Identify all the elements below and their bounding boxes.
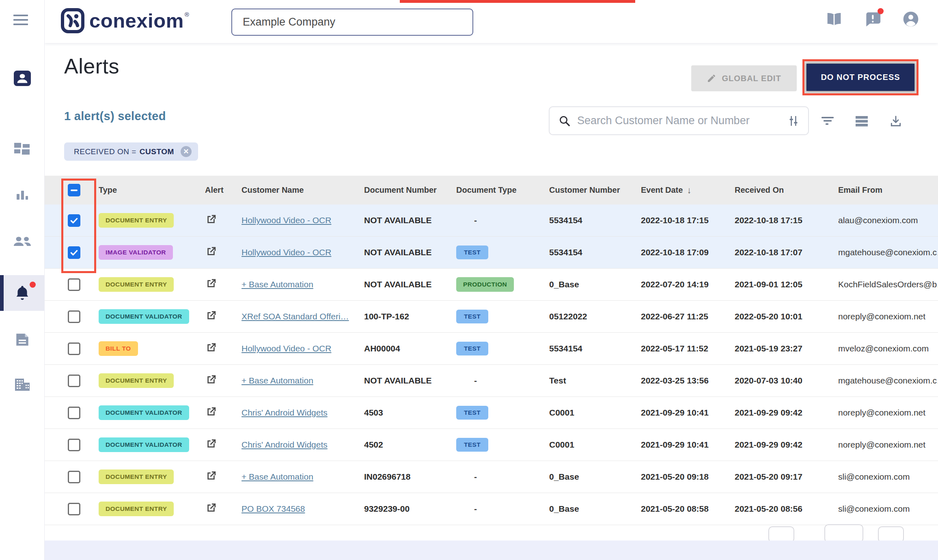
filter-icon[interactable] — [821, 115, 834, 127]
advanced-search-tune-icon[interactable] — [787, 114, 800, 127]
customer-name-link[interactable]: XRef SOA Standard Offeri… — [242, 312, 349, 321]
sidebar-item-users[interactable] — [0, 224, 45, 260]
customer-name-link[interactable]: Chris' Android Widgets — [242, 408, 328, 417]
column-header-document-number[interactable]: Document Number — [364, 185, 456, 195]
download-icon[interactable] — [889, 115, 903, 128]
row-checkbox[interactable] — [68, 342, 80, 355]
customer-name-link[interactable]: + Base Automation — [242, 472, 313, 481]
row-checkbox[interactable] — [68, 407, 80, 419]
sidebar-item-dashboard[interactable] — [0, 131, 45, 167]
annotation-red-strip — [400, 0, 635, 3]
customer-name-link[interactable]: PO BOX 734568 — [242, 504, 305, 513]
company-name-input[interactable] — [231, 9, 473, 36]
row-checkbox[interactable] — [68, 375, 80, 387]
sidebar-item-contacts[interactable] — [0, 60, 45, 96]
table-row[interactable]: BILL TO Hollywood Video - OCR AH00004 TE… — [45, 333, 938, 365]
row-checkbox[interactable] — [68, 214, 80, 227]
customer-name-link[interactable]: Hollywood Video - OCR — [242, 248, 331, 257]
type-cell: IMAGE VALIDATOR — [99, 245, 205, 260]
customer-name-link[interactable]: Hollywood Video - OCR — [242, 215, 331, 225]
sidebar-item-alerts[interactable] — [0, 275, 45, 311]
open-alert-external-link-icon[interactable] — [205, 342, 217, 354]
column-header-document-type[interactable]: Document Type — [456, 185, 549, 195]
knowledge-base-button[interactable] — [825, 11, 843, 29]
do-not-process-button[interactable]: DO NOT PROCESS — [806, 64, 914, 91]
row-checkbox-cell — [63, 310, 99, 323]
customer-name-link[interactable]: + Base Automation — [242, 376, 313, 385]
table-row[interactable]: DOCUMENT VALIDATOR XRef SOA Standard Off… — [45, 301, 938, 333]
customer-name-link[interactable]: Hollywood Video - OCR — [242, 344, 331, 353]
open-alert-external-link-icon[interactable] — [205, 213, 217, 226]
document-number-cell: IN02696718 — [364, 472, 456, 482]
open-alert-external-link-icon[interactable] — [205, 406, 217, 418]
table-row[interactable]: DOCUMENT ENTRY + Base Automation NOT AVA… — [45, 269, 938, 301]
column-header-received-on[interactable]: Received On — [735, 185, 838, 195]
search-icon — [558, 115, 571, 127]
document-type-cell: TEST — [456, 342, 549, 355]
column-header-email-from[interactable]: Email From — [838, 185, 938, 195]
sidebar-item-reports[interactable] — [0, 177, 45, 213]
menu-hamburger-icon[interactable] — [13, 15, 28, 28]
document-number-cell: NOT AVAILABLE — [364, 248, 456, 257]
sidebar-item-documents[interactable] — [0, 322, 45, 358]
pagination-button[interactable] — [824, 524, 863, 541]
filter-chip-close-icon[interactable]: ✕ — [181, 146, 192, 157]
customer-number-cell: 5534154 — [549, 344, 641, 353]
pagination-button[interactable] — [878, 526, 904, 541]
document-type-cell: - — [456, 472, 549, 482]
open-alert-external-link-icon[interactable] — [205, 246, 217, 258]
feedback-button[interactable] — [864, 11, 881, 29]
table-row[interactable]: DOCUMENT ENTRY Hollywood Video - OCR NOT… — [45, 205, 938, 237]
row-checkbox-cell — [63, 471, 99, 483]
sidebar — [0, 0, 45, 560]
row-checkbox[interactable] — [68, 503, 80, 515]
open-alert-external-link-icon[interactable] — [205, 374, 217, 386]
header-checkbox-cell — [63, 184, 99, 196]
column-header-customer-name[interactable]: Customer Name — [242, 185, 364, 195]
customer-name-link[interactable]: + Base Automation — [242, 280, 313, 289]
open-alert-external-link-icon[interactable] — [205, 502, 217, 514]
event-date-cell: 2022-03-25 13:56 — [641, 376, 735, 386]
table-row[interactable]: IMAGE VALIDATOR Hollywood Video - OCR NO… — [45, 237, 938, 269]
customer-name-cell: PO BOX 734568 — [242, 504, 364, 514]
table-row[interactable]: DOCUMENT VALIDATOR Chris' Android Widget… — [45, 397, 938, 429]
open-alert-external-link-icon[interactable] — [205, 470, 217, 482]
open-alert-external-link-icon[interactable] — [205, 310, 217, 322]
row-checkbox[interactable] — [68, 278, 80, 291]
alert-cell — [205, 406, 242, 420]
page-background-strip — [45, 541, 938, 560]
sidebar-item-company[interactable] — [0, 367, 45, 403]
pagination-button[interactable] — [768, 526, 794, 541]
row-checkbox[interactable] — [68, 471, 80, 483]
document-type-cell: - — [456, 215, 549, 225]
filter-chip-received-on[interactable]: RECEIVED ON = CUSTOM ✕ — [64, 142, 198, 161]
table-row[interactable]: DOCUMENT ENTRY + Base Automation IN02696… — [45, 461, 938, 493]
column-header-alert[interactable]: Alert — [205, 185, 242, 195]
customer-name-cell: XRef SOA Standard Offeri… — [242, 312, 364, 321]
table-row[interactable]: DOCUMENT ENTRY PO BOX 734568 9329239-00 … — [45, 493, 938, 525]
open-alert-external-link-icon[interactable] — [205, 278, 217, 290]
row-density-icon[interactable] — [855, 115, 869, 127]
type-cell: DOCUMENT ENTRY — [99, 502, 205, 516]
row-checkbox[interactable] — [68, 246, 80, 259]
table-row[interactable]: DOCUMENT ENTRY + Base Automation NOT AVA… — [45, 365, 938, 397]
column-header-customer-number[interactable]: Customer Number — [549, 185, 641, 195]
open-alert-external-link-icon[interactable] — [205, 438, 217, 450]
type-badge: DOCUMENT ENTRY — [99, 213, 174, 228]
received-on-cell: 2021-09-29 09:42 — [735, 440, 838, 450]
select-all-checkbox[interactable] — [68, 184, 80, 196]
alerts-bell-icon — [14, 284, 31, 302]
type-badge: IMAGE VALIDATOR — [99, 245, 173, 260]
search-input[interactable] — [577, 114, 787, 127]
account-button[interactable] — [902, 11, 919, 29]
alert-cell — [205, 502, 242, 516]
column-header-type[interactable]: Type — [99, 185, 205, 195]
document-number-cell: 4503 — [364, 408, 456, 418]
document-type-cell: - — [456, 504, 549, 514]
column-header-event-date[interactable]: Event Date↓ — [641, 185, 735, 196]
row-checkbox[interactable] — [68, 310, 80, 323]
global-edit-button[interactable]: GLOBAL EDIT — [691, 65, 797, 91]
table-row[interactable]: DOCUMENT VALIDATOR Chris' Android Widget… — [45, 429, 938, 461]
row-checkbox[interactable] — [68, 439, 80, 451]
customer-name-link[interactable]: Chris' Android Widgets — [242, 440, 328, 449]
